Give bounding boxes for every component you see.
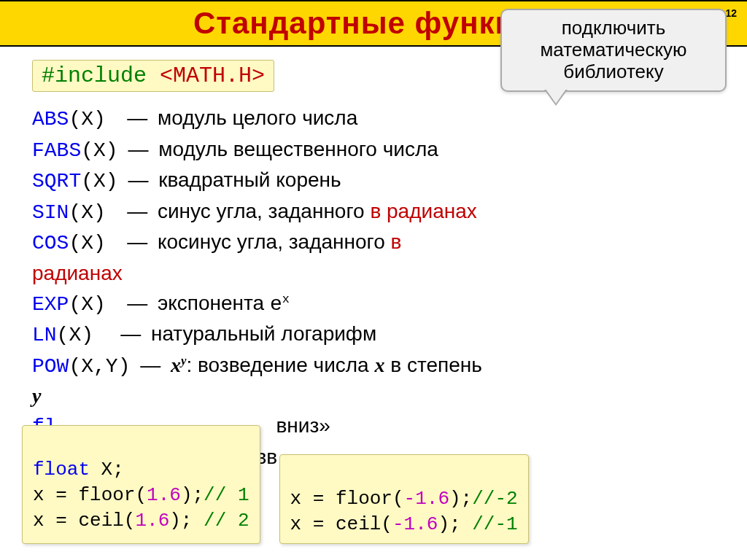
- code-box-left: float X; x = floor(1.6);// 1 x = ceil(1.…: [22, 425, 260, 544]
- func-arg: (X,Y): [69, 355, 130, 378]
- func-name: COS: [32, 232, 69, 254]
- function-list: ABS(X) — модуль целого числа FABS(X) — м…: [32, 104, 725, 473]
- dash-icon: —: [127, 292, 147, 314]
- func-cos: COS(X) — косинус угла, заданного в: [32, 228, 725, 259]
- content-area: подключить математическую библиотеку #in…: [0, 47, 747, 473]
- func-arg: (X): [57, 324, 93, 346]
- include-keyword: #include: [42, 63, 147, 88]
- func-ln: LN(X) — натуральный логарифм: [32, 319, 725, 351]
- func-pow: POW(X,Y) — xy: возведение числа x в степ…: [32, 351, 725, 382]
- lhs: x: [290, 513, 302, 535]
- func-desc: модуль вещественного числа: [158, 138, 438, 160]
- dash-icon: —: [127, 200, 147, 222]
- func-arg: (X): [69, 232, 105, 254]
- pow-desc-b: в степень: [384, 354, 481, 376]
- dash-icon: —: [127, 106, 147, 129]
- include-close: >: [252, 63, 265, 88]
- dash-icon: —: [128, 138, 148, 160]
- func-name: SQRT: [32, 170, 81, 192]
- var-decl: X;: [90, 459, 124, 481]
- close: );: [169, 510, 204, 532]
- call: ceil(: [78, 510, 135, 532]
- eq: =: [55, 484, 67, 506]
- lhs: x: [33, 484, 44, 506]
- func-desc-b: в: [391, 230, 402, 253]
- func-arg: (X): [81, 170, 117, 192]
- pow-desc-a: : возведение числа: [186, 354, 374, 376]
- comment: //-1: [472, 513, 517, 535]
- callout-math-library: подключить математическую библиотеку: [500, 9, 727, 92]
- num: 1.6: [135, 510, 169, 532]
- include-header: MATH.H: [173, 63, 252, 88]
- include-directive: #include <MATH.H>: [32, 60, 274, 92]
- lhs: x: [290, 488, 302, 510]
- pow-varx: x: [374, 354, 384, 376]
- func-desc-a: синус угла, заданного: [158, 200, 370, 222]
- num: -1.6: [392, 513, 438, 535]
- func-desc: квадратный корень: [158, 168, 341, 191]
- func-name: LN: [32, 324, 57, 346]
- func-pow-line2: y: [32, 381, 725, 411]
- func-name: EXP: [32, 293, 69, 316]
- func-sqrt: SQRT(X) — квадратный корень: [32, 166, 725, 197]
- pow-vary: y: [32, 384, 41, 407]
- code-boxes: float X; x = floor(1.6);// 1 x = ceil(1.…: [22, 425, 529, 544]
- close: );: [438, 513, 472, 535]
- dash-icon: —: [127, 230, 147, 253]
- func-exp: EXP(X) — экспонента ex: [32, 289, 725, 320]
- dash-icon: —: [128, 168, 148, 191]
- comment: //-2: [472, 488, 517, 510]
- call: floor(: [336, 488, 404, 510]
- include-open: <: [160, 63, 173, 88]
- func-desc: натуральный логарифм: [151, 322, 376, 345]
- code-box-right: x = floor(-1.6);//-2 x = ceil(-1.6); //-…: [279, 454, 529, 544]
- close: );: [181, 484, 204, 506]
- func-desc-a: косинус угла, заданного: [158, 230, 391, 253]
- func-cos-line2: радианах: [32, 259, 725, 289]
- func-arg: (X): [69, 201, 105, 224]
- dash-icon: —: [120, 322, 141, 345]
- func-name: POW: [32, 355, 69, 378]
- comment: // 1: [204, 484, 249, 506]
- exp-base: e: [270, 293, 282, 316]
- kw-float: float: [33, 459, 90, 481]
- comment: // 2: [204, 510, 249, 532]
- func-desc: модуль целого числа: [158, 106, 357, 129]
- func-sin: SIN(X) — синус угла, заданного в радиана…: [32, 197, 725, 228]
- eq: =: [313, 513, 325, 535]
- num: 1.6: [147, 484, 181, 506]
- page-number: 12: [725, 7, 737, 19]
- exp-sup: x: [282, 292, 290, 306]
- func-desc-a: экспонента: [158, 292, 270, 314]
- dash-icon: —: [140, 354, 160, 376]
- eq: =: [313, 488, 325, 510]
- func-arg: (X): [69, 108, 105, 131]
- lhs: x: [33, 510, 44, 532]
- call: ceil(: [336, 513, 392, 535]
- func-name: FABS: [32, 139, 81, 162]
- func-fabs: FABS(X) — модуль вещественного числа: [32, 135, 725, 166]
- close: );: [449, 488, 472, 510]
- pow-base: x: [171, 354, 181, 376]
- func-desc-b: в радианах: [370, 200, 476, 222]
- func-desc-c: радианах: [32, 262, 123, 284]
- func-arg: (X): [81, 139, 117, 162]
- num: -1.6: [404, 488, 449, 510]
- func-abs: ABS(X) — модуль целого числа: [32, 104, 725, 135]
- func-name: SIN: [32, 201, 69, 224]
- func-name: ABS: [32, 108, 69, 131]
- call: floor(: [78, 484, 147, 506]
- func-arg: (X): [69, 293, 105, 316]
- eq: =: [55, 510, 67, 532]
